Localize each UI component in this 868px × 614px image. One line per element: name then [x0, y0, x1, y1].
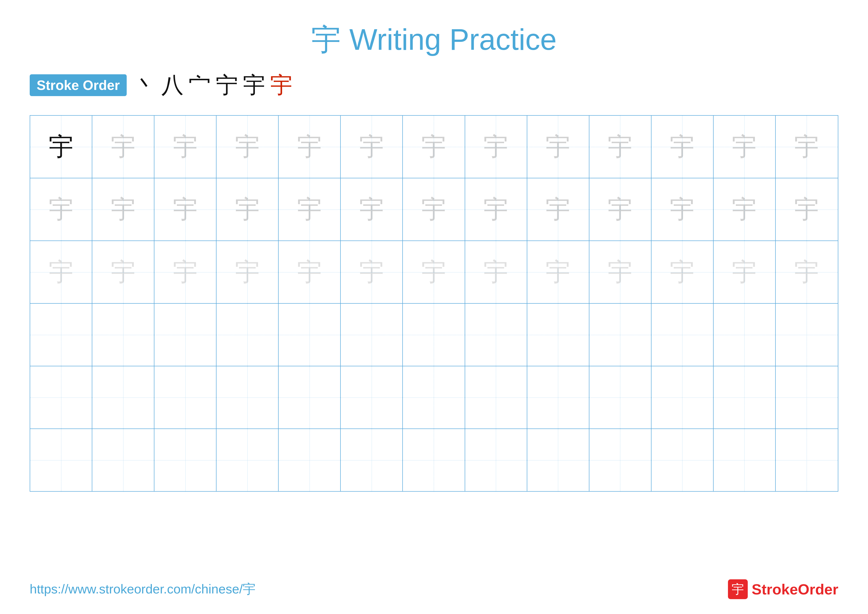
logo-text: StrokeOrder — [752, 581, 838, 598]
grid-cell[interactable]: 宇 — [341, 116, 403, 178]
grid-cell[interactable] — [589, 429, 651, 491]
grid-cell[interactable] — [92, 366, 154, 429]
grid-cell[interactable] — [279, 429, 341, 491]
grid-cell[interactable] — [217, 429, 279, 491]
grid-cell[interactable]: 宇 — [217, 241, 279, 303]
grid-cell[interactable] — [341, 366, 403, 429]
grid-cell[interactable] — [776, 429, 838, 491]
grid-cell[interactable] — [651, 304, 714, 366]
grid-cell[interactable] — [30, 429, 92, 491]
grid-cell[interactable] — [589, 366, 651, 429]
practice-char: 宇 — [297, 260, 322, 284]
grid-cell[interactable] — [92, 429, 154, 491]
grid-cell[interactable] — [217, 304, 279, 366]
practice-char: 宇 — [794, 197, 819, 222]
practice-char: 宇 — [422, 260, 446, 284]
grid-cell[interactable]: 宇 — [217, 116, 279, 178]
grid-cell[interactable]: 宇 — [341, 178, 403, 241]
grid-cell[interactable]: 宇 — [589, 178, 651, 241]
grid-cell[interactable]: 宇 — [30, 116, 92, 178]
stroke-order-chars: 丶 八 宀 宁 宇 宇 — [134, 70, 293, 100]
grid-cell[interactable]: 宇 — [279, 116, 341, 178]
grid-cell[interactable]: 宇 — [154, 178, 217, 241]
grid-cell[interactable] — [341, 304, 403, 366]
stroke-3: 宀 — [189, 70, 211, 100]
grid-cell[interactable]: 宇 — [465, 116, 527, 178]
grid-cell[interactable] — [154, 366, 217, 429]
logo-order: Order — [798, 581, 838, 598]
grid-cell[interactable]: 宇 — [527, 178, 589, 241]
grid-cell[interactable]: 宇 — [527, 241, 589, 303]
grid-cell[interactable] — [279, 366, 341, 429]
grid-cell[interactable]: 宇 — [714, 178, 776, 241]
grid-cell[interactable]: 宇 — [714, 241, 776, 303]
grid-cell[interactable]: 宇 — [403, 178, 465, 241]
footer-url: https://www.strokeorder.com/chinese/宇 — [30, 581, 256, 598]
practice-grid: 宇宇宇宇宇宇宇宇宇宇宇宇宇宇宇宇宇宇宇宇宇宇宇宇宇宇宇宇宇宇宇宇宇宇宇宇宇宇宇 — [30, 115, 838, 492]
grid-cell[interactable]: 宇 — [154, 116, 217, 178]
grid-cell[interactable]: 宇 — [651, 241, 714, 303]
grid-cell[interactable]: 宇 — [279, 241, 341, 303]
grid-cell[interactable] — [714, 304, 776, 366]
grid-cell[interactable] — [465, 304, 527, 366]
grid-cell[interactable]: 宇 — [776, 178, 838, 241]
grid-row — [30, 304, 838, 366]
grid-cell[interactable]: 宇 — [217, 178, 279, 241]
practice-char: 宇 — [484, 197, 508, 222]
grid-cell[interactable] — [465, 366, 527, 429]
grid-cell[interactable]: 宇 — [30, 241, 92, 303]
grid-cell[interactable]: 宇 — [714, 116, 776, 178]
grid-cell[interactable]: 宇 — [776, 116, 838, 178]
grid-cell[interactable] — [527, 304, 589, 366]
grid-cell[interactable]: 宇 — [651, 116, 714, 178]
grid-cell[interactable]: 宇 — [403, 241, 465, 303]
grid-cell[interactable] — [776, 304, 838, 366]
grid-cell[interactable] — [714, 366, 776, 429]
grid-cell[interactable] — [30, 366, 92, 429]
grid-cell[interactable]: 宇 — [341, 241, 403, 303]
grid-cell[interactable]: 宇 — [92, 241, 154, 303]
grid-cell[interactable] — [651, 429, 714, 491]
grid-row — [30, 429, 838, 491]
grid-cell[interactable]: 宇 — [30, 178, 92, 241]
grid-cell[interactable]: 宇 — [92, 178, 154, 241]
practice-char: 宇 — [235, 135, 260, 159]
grid-cell[interactable] — [465, 429, 527, 491]
grid-cell[interactable] — [403, 366, 465, 429]
practice-char: 宇 — [546, 197, 570, 222]
practice-char: 宇 — [794, 135, 819, 159]
grid-cell[interactable] — [154, 304, 217, 366]
grid-cell[interactable] — [651, 366, 714, 429]
grid-cell[interactable] — [714, 429, 776, 491]
grid-cell[interactable] — [217, 366, 279, 429]
grid-cell[interactable] — [527, 429, 589, 491]
grid-cell[interactable] — [527, 366, 589, 429]
grid-cell[interactable]: 宇 — [465, 178, 527, 241]
grid-cell[interactable] — [154, 429, 217, 491]
grid-cell[interactable]: 宇 — [651, 178, 714, 241]
grid-cell[interactable] — [341, 429, 403, 491]
practice-char: 宇 — [235, 260, 260, 284]
grid-cell[interactable] — [589, 304, 651, 366]
page-title: 宇 Writing Practice — [311, 23, 556, 56]
practice-char: 宇 — [173, 260, 198, 284]
grid-cell[interactable]: 宇 — [589, 116, 651, 178]
grid-cell[interactable]: 宇 — [403, 116, 465, 178]
grid-cell[interactable]: 宇 — [465, 241, 527, 303]
grid-cell[interactable] — [279, 304, 341, 366]
practice-char: 宇 — [546, 135, 570, 159]
grid-cell[interactable] — [776, 366, 838, 429]
grid-cell[interactable]: 宇 — [527, 116, 589, 178]
grid-cell[interactable]: 宇 — [279, 178, 341, 241]
practice-char: 宇 — [49, 260, 73, 284]
grid-cell[interactable] — [92, 304, 154, 366]
grid-cell[interactable] — [403, 429, 465, 491]
grid-cell[interactable]: 宇 — [589, 241, 651, 303]
practice-char: 宇 — [670, 260, 694, 284]
grid-cell[interactable] — [30, 304, 92, 366]
grid-cell[interactable]: 宇 — [776, 241, 838, 303]
grid-cell[interactable] — [403, 304, 465, 366]
grid-cell[interactable]: 宇 — [92, 116, 154, 178]
grid-row: 宇宇宇宇宇宇宇宇宇宇宇宇宇 — [30, 178, 838, 241]
grid-cell[interactable]: 宇 — [154, 241, 217, 303]
